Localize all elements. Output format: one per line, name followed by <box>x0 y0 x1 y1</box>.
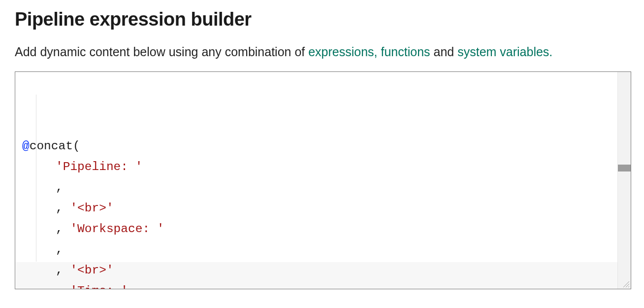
code-line: @concat( <box>22 136 618 157</box>
resize-handle[interactable] <box>622 280 629 287</box>
code-area[interactable]: @concat('Pipeline: ',, '<br>', 'Workspac… <box>15 72 618 289</box>
at-symbol: @ <box>22 139 30 153</box>
string-literal: 'Workspace: ' <box>70 222 164 236</box>
svg-line-0 <box>623 281 629 287</box>
comma: , <box>56 264 70 277</box>
code-line: , 'Time: ' <box>22 281 618 289</box>
code-line: 'Pipeline: ' <box>22 157 618 177</box>
link-system-variables[interactable]: system variables. <box>457 45 552 59</box>
open-paren: ( <box>73 139 80 153</box>
link-functions[interactable]: functions <box>381 45 430 59</box>
link-expressions[interactable]: expressions, <box>308 45 377 59</box>
scrollbar-thumb[interactable] <box>618 165 631 171</box>
subtitle-prefix: Add dynamic content below using any comb… <box>15 45 308 59</box>
string-literal: 'Pipeline: ' <box>56 160 142 173</box>
scrollbar-track[interactable] <box>617 72 631 289</box>
code-line: , 'Workspace: ' <box>22 219 618 240</box>
comma: , <box>56 222 70 236</box>
code-line: , '<br>' <box>22 198 618 219</box>
code-line: , <box>22 177 618 198</box>
comma: , <box>56 202 70 215</box>
expression-editor[interactable]: @concat('Pipeline: ',, '<br>', 'Workspac… <box>15 71 631 289</box>
subtitle: Add dynamic content below using any comb… <box>15 44 629 61</box>
code-line: , <box>22 240 618 260</box>
svg-line-2 <box>628 286 629 287</box>
string-literal: '<br>' <box>70 264 113 277</box>
string-literal: '<br>' <box>70 202 113 215</box>
comma: , <box>56 243 63 256</box>
page-title: Pipeline expression builder <box>15 9 629 30</box>
comma: , <box>56 181 63 194</box>
string-literal: 'Time: ' <box>70 284 128 289</box>
code-line: , '<br>' <box>22 260 618 281</box>
subtitle-middle: and <box>430 45 458 59</box>
comma: , <box>56 284 70 289</box>
indent-guide <box>36 95 36 262</box>
